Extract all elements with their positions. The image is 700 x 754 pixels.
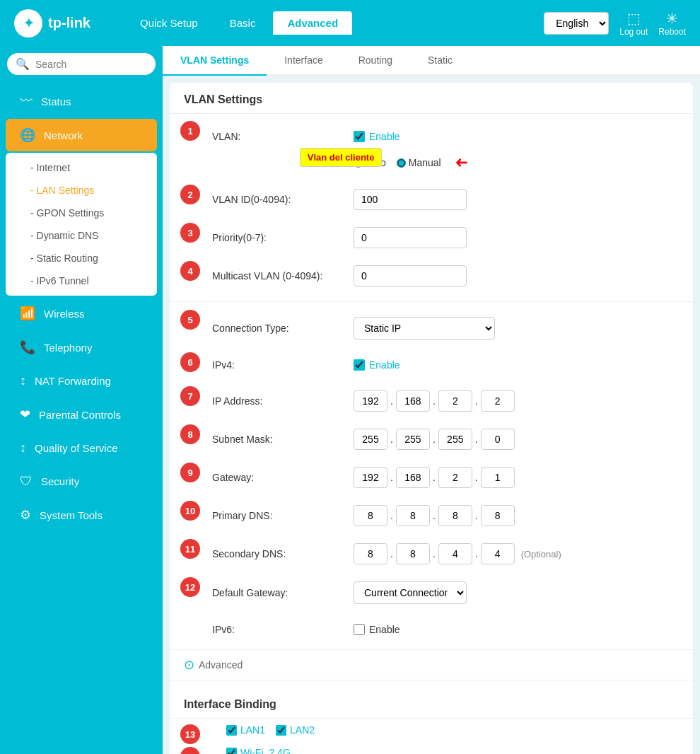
step3-circle: 3 xyxy=(180,223,200,243)
wifi24-checkbox[interactable] xyxy=(226,748,237,755)
step8-circle: 8 xyxy=(180,424,200,444)
ipv4-row: IPv4: Enable xyxy=(212,351,665,379)
nav-basic[interactable]: Basic xyxy=(216,11,270,35)
reboot-button[interactable]: ✳ Reboot xyxy=(658,10,686,37)
subnet-value: . . . xyxy=(354,429,665,450)
subnet-oct4[interactable] xyxy=(481,429,515,450)
vlanid-input[interactable] xyxy=(354,189,467,210)
ipaddr-oct2[interactable] xyxy=(396,390,430,412)
pdns-oct2[interactable] xyxy=(396,505,430,526)
sdns-oct2[interactable] xyxy=(396,543,430,564)
sdns-oct4[interactable] xyxy=(481,543,515,564)
tab-routing[interactable]: Routing xyxy=(341,46,410,76)
lan1-label[interactable]: LAN1 xyxy=(226,724,265,736)
telephony-icon: 📞 xyxy=(20,340,35,355)
sub-item-gpon[interactable]: - GPON Settings xyxy=(6,202,157,224)
lan-binding-row: LAN1 LAN2 xyxy=(212,719,665,741)
tools-icon: ⚙ xyxy=(20,507,31,523)
defgw-value: Current Connection xyxy=(354,581,665,604)
conntype-select[interactable]: Static IP Dynamic IP PPPoE xyxy=(354,317,495,340)
tooltip-container: ➜ Vlan del cliente xyxy=(455,153,468,172)
logo-icon: ✦ xyxy=(14,9,42,37)
parental-icon: ❤ xyxy=(20,407,30,422)
sidebar-label-wireless: Wireless xyxy=(44,308,85,320)
gw-oct1[interactable] xyxy=(354,467,387,488)
vlan-tooltip: Vlan del cliente xyxy=(300,148,383,167)
sidebar-item-nat[interactable]: ↕ NAT Forwarding xyxy=(6,365,157,397)
radio-manual-label[interactable]: Manual xyxy=(397,157,441,168)
reboot-icon: ✳ xyxy=(666,10,678,27)
step12-row: 12 Default Gateway: Current Connection xyxy=(170,573,693,613)
lan2-label[interactable]: LAN2 xyxy=(276,724,315,736)
logo: ✦ tp-link xyxy=(14,9,91,37)
sidebar-item-network[interactable]: 🌐 Network xyxy=(6,119,157,151)
sidebar-item-qos[interactable]: ↕ Quality of Service xyxy=(6,432,157,464)
vlan-enable-check[interactable]: Enable xyxy=(354,131,400,142)
priority-input[interactable] xyxy=(354,227,467,248)
logout-button[interactable]: ⬚ Log out xyxy=(619,10,648,37)
ipaddr-oct4[interactable] xyxy=(481,390,515,412)
multicast-input[interactable] xyxy=(354,265,467,286)
ipv4-checkbox[interactable] xyxy=(354,359,365,371)
sdns-oct1[interactable] xyxy=(354,543,387,564)
step3-row: 3 Priority(0-7): xyxy=(170,219,693,257)
search-box[interactable]: 🔍 xyxy=(7,53,156,75)
vlan-checkbox[interactable] xyxy=(354,131,365,142)
pdns-value: . . . xyxy=(354,505,665,526)
defgw-select[interactable]: Current Connection xyxy=(354,581,467,604)
advanced-toggle[interactable]: ⊙ Advanced xyxy=(170,649,693,680)
sidebar-item-parental[interactable]: ❤ Parental Controls xyxy=(6,398,157,431)
tab-interface[interactable]: Interface xyxy=(267,46,340,76)
gw-oct4[interactable] xyxy=(481,467,515,488)
sdns-oct3[interactable] xyxy=(438,543,472,564)
pdns-oct3[interactable] xyxy=(438,505,472,526)
advanced-label: Advanced xyxy=(199,659,243,671)
radio-manual[interactable] xyxy=(397,158,406,168)
defgw-row: Default Gateway: Current Connection xyxy=(212,576,665,610)
gw-oct2[interactable] xyxy=(396,467,430,488)
step9-row: 9 Gateway: . . . xyxy=(170,458,693,497)
ipv6-enable-row: IPv6: Enable xyxy=(212,615,665,644)
nav-advanced[interactable]: Advanced xyxy=(273,11,352,35)
subnet-oct2[interactable] xyxy=(396,429,430,450)
tab-vlan-settings[interactable]: VLAN Settings xyxy=(163,46,267,76)
tab-static[interactable]: Static xyxy=(410,46,470,76)
sidebar-label-tools: System Tools xyxy=(40,509,103,521)
ipv6-enable-check[interactable]: Enable xyxy=(354,624,400,635)
sub-item-lan[interactable]: - LAN Settings xyxy=(6,179,157,202)
sub-item-ddns[interactable]: - Dynamic DNS xyxy=(6,224,157,247)
step4-row: 4 Multicast VLAN (0-4094): xyxy=(170,257,693,298)
ipaddr-oct1[interactable] xyxy=(354,390,387,412)
sub-item-static-routing[interactable]: - Static Routing xyxy=(6,247,157,269)
nav-quick-setup[interactable]: Quick Setup xyxy=(126,11,212,35)
search-input[interactable] xyxy=(35,59,147,70)
sidebar-item-wireless[interactable]: 📶 Wireless xyxy=(6,297,157,330)
main-content: VLAN Settings Interface Routing Static V… xyxy=(163,46,700,754)
sidebar-label-network: Network xyxy=(44,129,83,141)
sub-item-internet[interactable]: - Internet xyxy=(6,156,157,179)
ipaddr-oct3[interactable] xyxy=(438,390,472,412)
subnet-oct3[interactable] xyxy=(438,429,472,450)
priority-value xyxy=(354,227,665,248)
ipv4-enable-check[interactable]: Enable xyxy=(354,359,400,371)
sidebar-item-tools[interactable]: ⚙ System Tools xyxy=(6,499,157,531)
pdns-oct4[interactable] xyxy=(481,505,515,526)
lan2-checkbox[interactable] xyxy=(276,725,286,736)
language-select[interactable]: English xyxy=(544,12,609,35)
sidebar-item-telephony[interactable]: 📞 Telephony xyxy=(6,331,157,364)
multicast-row: Multicast VLAN (0-4094): xyxy=(212,260,665,292)
lan1-checkbox[interactable] xyxy=(226,725,237,736)
step1-row: 1 VLAN: Enable Auto xyxy=(170,114,693,180)
subnet-oct1[interactable] xyxy=(354,429,387,450)
gw-oct3[interactable] xyxy=(438,467,472,488)
step8-row: 8 Subnet Mask: . . . xyxy=(170,420,693,458)
ipv6-checkbox[interactable] xyxy=(354,624,365,635)
sidebar-item-status[interactable]: 〰 Status xyxy=(6,86,157,117)
pdns-oct1[interactable] xyxy=(354,505,387,526)
wifi24-label[interactable]: Wi-Fi_2.4G xyxy=(226,747,291,754)
vlan-value: Enable xyxy=(354,131,665,142)
sidebar-item-security[interactable]: 🛡 Security xyxy=(6,465,157,497)
status-icon: 〰 xyxy=(20,94,33,109)
subnet-row: Subnet Mask: . . . xyxy=(212,423,665,456)
sub-item-ipv6tunnel[interactable]: - IPv6 Tunnel xyxy=(6,269,157,292)
